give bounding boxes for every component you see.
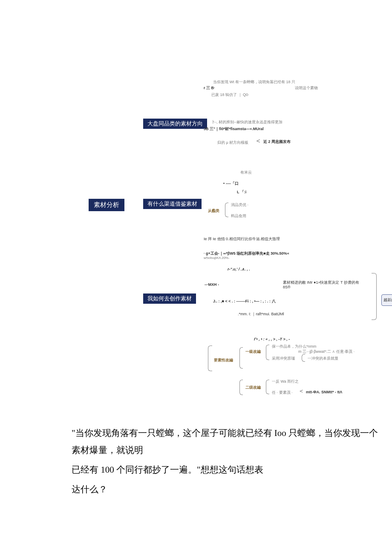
lvl2b: 任 · 要素茂 · [272,390,293,395]
lvl1c: 采用冲突原瑙 [272,356,295,361]
branch-direction[interactable]: 大盘同品类的素材方向 [143,119,207,129]
root-node[interactable]: 素材分析 [89,199,124,211]
b1-t4: 近 2 周息频发布 [263,139,291,145]
b2-believe: Ie 拜 Ie 他情 0.相信同行比你牛逼.相值大致理 [204,236,280,242]
note-line2b: 说明这个素物 [295,85,318,91]
lvl2: 二级改編 [245,385,261,390]
b1-t3: 归的 μ 材方向模板 [217,140,248,145]
right-new-material: 越新的素材 [381,294,392,306]
b2-cat1: 润品类优 · [231,202,248,208]
b2-fromcat: 从蠡类 [208,208,219,214]
b3-refine: 素材精进的敝 IMr ●1»快速度决定 T 抄袭的有 [283,280,359,285]
b3-8s: 8S® [283,285,291,289]
quote-paragraph: "当你发现角落有一只螳螂，这个屋子可能就已经有 Ioo 只螳螂，当你发现一个素材… [72,425,378,501]
b3-mm: .*mm. I: ｜raft*mui. BattJMl [238,311,284,317]
b3-jline: J.. : ,■ < < . : -------Fi : , •— : , : … [213,299,276,304]
b1-t2: JB 三"｜fi0*材*fisamsta—«.MUral [204,126,264,132]
b1-t1: 卜-, 材的辨别--最快的速度永远是推得更加 [211,119,282,125]
lvl1: 一級改編 [245,349,261,355]
b2-dots: • ----「口 [223,181,239,186]
quote-p2: 已经有 100 个同行都抄了一遍。"想想这句话想表 [72,462,378,479]
b3-mxh: --·MXH - [205,282,219,287]
b2-cat2: 料品食用 [231,213,246,219]
branch-create[interactable]: 我如何去创作素材 [143,293,196,304]
chevron-left-icon-2: ＜ [298,387,304,395]
quote-p1: "当你发现角落有一只螳螂，这个屋子可能就已经有 Ioo 只螳螂，当你发现一个素材… [72,425,378,459]
branch-channel[interactable]: 有什么渠道借鉴素材 [143,199,202,209]
lvl2c: mtt-ΦA. SNMtt* - ttΛ [306,390,342,394]
need-adapt: 要素性改編 [214,357,233,363]
lvl1d: 一冲突的本质就显 [308,356,338,361]
b2-li: L 「:i [237,189,246,195]
lvl2a: 一反 Wa 而行之 [272,379,299,384]
lvl1b: m 三···jβ·βwwat*:二 ∧ 任意·泰茂 · [298,349,355,355]
note-line1: 当你发现 Wt 有一条蟑螂，说明角落已经有 18 只 [213,79,295,85]
note-line2a: r 三 B· [204,85,215,91]
b2-beta: w5xIboβK/t.20%- [204,256,230,260]
note-line3: 已废 18 辑仿了 ｜ Q0· [211,92,249,98]
b3-ru: r-".υ,' / .∧. , . [228,267,250,271]
quote-p3: 达什么？ [72,481,378,498]
chevron-left-icon: ＜ [255,137,262,145]
bt-tser: Γ• , • : « , , > , -T > , - [254,337,290,341]
b2-youmi: 有米云 [240,170,252,175]
